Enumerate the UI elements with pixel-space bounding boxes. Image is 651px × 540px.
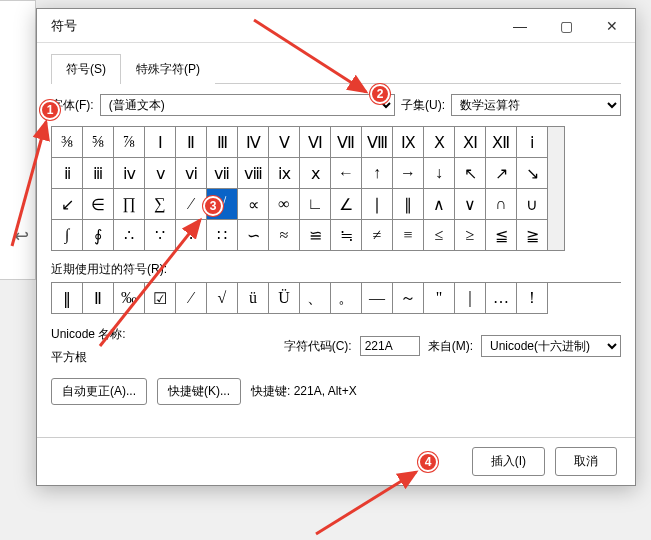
symbol-cell[interactable]: ∩ [486,189,517,220]
symbol-cell[interactable]: Ⅻ [486,127,517,158]
titlebar: 符号 — ▢ ✕ [37,9,635,43]
symbol-cell[interactable]: ∣ [362,189,393,220]
symbol-cell[interactable]: Ⅲ [207,127,238,158]
symbol-cell[interactable]: ⅱ [52,158,83,189]
close-button[interactable]: ✕ [589,9,635,43]
recent-symbol-cell[interactable]: ‖ [52,283,83,314]
symbol-cell[interactable]: ⅲ [83,158,114,189]
recent-symbol-cell[interactable]: √ [207,283,238,314]
recent-symbol-cell[interactable]: ☑ [145,283,176,314]
symbol-cell[interactable]: ∥ [393,189,424,220]
recent-label: 近期使用过的符号(R): [51,261,621,278]
tab-special-chars[interactable]: 特殊字符(P) [121,54,215,84]
recent-symbol-cell[interactable]: ～ [393,283,424,314]
symbol-cell[interactable]: ⅜ [52,127,83,158]
symbol-cell[interactable]: ⅳ [114,158,145,189]
symbol-cell[interactable]: ↑ [362,158,393,189]
symbol-cell[interactable]: Ⅰ [145,127,176,158]
cancel-button[interactable]: 取消 [555,447,617,476]
recent-symbol-cell[interactable]: ∕ [176,283,207,314]
symbol-cell[interactable]: ≧ [517,220,548,251]
symbol-cell[interactable]: ∽ [238,220,269,251]
symbol-cell[interactable]: Ⅸ [393,127,424,158]
symbol-cell[interactable]: ⅶ [207,158,238,189]
symbol-cell[interactable]: ≈ [269,220,300,251]
symbol-cell[interactable]: Ⅳ [238,127,269,158]
symbol-cell[interactable]: Ⅷ [362,127,393,158]
symbol-cell[interactable]: ⅸ [269,158,300,189]
symbol-cell[interactable]: ∠ [331,189,362,220]
subset-label: 子集(U): [401,97,445,114]
symbol-cell[interactable]: ← [331,158,362,189]
symbol-cell[interactable]: ∷ [207,220,238,251]
symbol-cell[interactable]: ⅵ [176,158,207,189]
symbol-cell[interactable]: Ⅶ [331,127,362,158]
symbol-cell[interactable]: ≌ [300,220,331,251]
tab-symbols[interactable]: 符号(S) [51,54,121,84]
recent-symbol-cell[interactable]: — [362,283,393,314]
recent-symbol-cell[interactable]: Ⅱ [83,283,114,314]
symbol-cell[interactable]: ⅰ [517,127,548,158]
shortcut-text: 快捷键: 221A, Alt+X [251,383,357,400]
charcode-input[interactable] [360,336,420,356]
recent-symbol-cell[interactable]: ｜ [455,283,486,314]
subset-select[interactable]: 数学运算符 [451,94,621,116]
recent-symbol-cell[interactable]: 。 [331,283,362,314]
minimize-button[interactable]: — [497,9,543,43]
symbol-cell[interactable]: ∨ [455,189,486,220]
symbol-cell[interactable]: ≒ [331,220,362,251]
insert-button[interactable]: 插入(I) [472,447,545,476]
symbol-cell[interactable]: ⅞ [114,127,145,158]
symbol-cell[interactable]: ∴ [114,220,145,251]
symbol-cell[interactable]: ≤ [424,220,455,251]
symbol-cell[interactable]: ↗ [486,158,517,189]
symbol-cell[interactable]: ∶ [176,220,207,251]
symbol-cell[interactable]: ≥ [455,220,486,251]
symbol-cell[interactable]: ≠ [362,220,393,251]
symbol-cell[interactable]: ↘ [517,158,548,189]
symbol-cell[interactable]: ≡ [393,220,424,251]
symbol-dialog: 符号 — ▢ ✕ 符号(S) 特殊字符(P) 字体(F): (普通文本) 子集(… [36,8,636,486]
return-glyph: ↩ [14,225,29,247]
annotation-marker-4: 4 [418,452,438,472]
symbol-cell[interactable]: ∵ [145,220,176,251]
symbol-cell[interactable]: ⅹ [300,158,331,189]
autocorrect-button[interactable]: 自动更正(A)... [51,378,147,405]
symbol-cell[interactable]: Ⅹ [424,127,455,158]
from-select[interactable]: Unicode(十六进制) [481,335,621,357]
symbol-cell[interactable]: ↖ [455,158,486,189]
symbol-cell[interactable]: ∏ [114,189,145,220]
symbol-cell[interactable]: ∟ [300,189,331,220]
recent-symbol-cell[interactable]: ！ [517,283,548,314]
symbol-cell[interactable]: ∧ [424,189,455,220]
grid-scrollbar[interactable] [548,126,565,251]
recent-symbol-cell[interactable]: ü [238,283,269,314]
symbol-cell[interactable]: ∫ [52,220,83,251]
recent-symbol-cell[interactable]: 、 [300,283,331,314]
tab-strip: 符号(S) 特殊字符(P) [51,53,621,84]
symbol-cell[interactable]: ≦ [486,220,517,251]
font-select[interactable]: (普通文本) [100,94,395,116]
symbol-cell[interactable]: ∪ [517,189,548,220]
symbol-cell[interactable]: ∝ [238,189,269,220]
maximize-button[interactable]: ▢ [543,9,589,43]
symbol-cell[interactable]: ∈ [83,189,114,220]
symbol-cell[interactable]: Ⅺ [455,127,486,158]
symbol-cell[interactable]: Ⅵ [300,127,331,158]
shortcut-key-button[interactable]: 快捷键(K)... [157,378,241,405]
symbol-cell[interactable]: ⅝ [83,127,114,158]
recent-symbol-cell[interactable]: … [486,283,517,314]
recent-symbol-cell[interactable]: " [424,283,455,314]
symbol-cell[interactable]: ⅷ [238,158,269,189]
symbol-cell[interactable]: ⅴ [145,158,176,189]
symbol-cell[interactable]: ∮ [83,220,114,251]
symbol-cell[interactable]: Ⅱ [176,127,207,158]
symbol-cell[interactable]: → [393,158,424,189]
symbol-cell[interactable]: ∞ [269,189,300,220]
symbol-cell[interactable]: ↓ [424,158,455,189]
symbol-cell[interactable]: ∑ [145,189,176,220]
symbol-cell[interactable]: ↙ [52,189,83,220]
recent-symbol-cell[interactable]: Ü [269,283,300,314]
symbol-cell[interactable]: Ⅴ [269,127,300,158]
recent-symbol-cell[interactable]: ‰ [114,283,145,314]
